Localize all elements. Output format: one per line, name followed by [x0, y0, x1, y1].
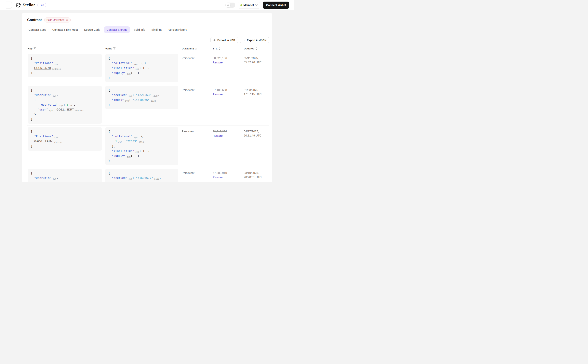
- code-token: 1: [115, 140, 117, 143]
- restore-link[interactable]: Restore: [213, 60, 243, 65]
- code-token: "15358182": [132, 181, 150, 182]
- code-token: }: [108, 103, 110, 106]
- type-label: address: [52, 68, 61, 70]
- key-cell: [ "Positions"sym, GCU6…J77Baddress]: [27, 52, 105, 79]
- code-token: "supply": [112, 154, 125, 157]
- restore-link[interactable]: Restore: [213, 134, 243, 138]
- code-token: ,: [74, 103, 75, 106]
- type-label: sym: [53, 178, 56, 180]
- value-code-box: { "collateral"sym: { }, "liabilities"sym…: [105, 54, 178, 82]
- type-label: sym: [127, 156, 131, 158]
- type-label: sym: [134, 136, 137, 138]
- type-label: u32: [70, 104, 73, 107]
- code-token: [108, 135, 112, 138]
- code-line: {: [108, 129, 175, 134]
- table-header: KeyValueDurabilityTTLUpdated: [27, 45, 269, 52]
- code-token: [31, 103, 38, 106]
- restore-link[interactable]: Restore: [213, 175, 243, 179]
- ttl-value: 58,612,354: [213, 130, 227, 133]
- code-token: "Positions": [34, 135, 53, 138]
- sort-icon[interactable]: [195, 47, 197, 50]
- code-line: "index"sym: "15358182"i128: [108, 180, 175, 182]
- tab-build-info[interactable]: Build Info: [131, 26, 148, 33]
- code-token: [31, 176, 34, 179]
- connect-wallet-button[interactable]: Connect Wallet: [263, 2, 289, 9]
- type-label: i128: [139, 141, 144, 143]
- code-line: "user"sym: GDZ2…3DRTaddress: [31, 107, 99, 112]
- brand[interactable]: Stellar: [15, 2, 35, 8]
- code-line: GAOG…LA7Maddress: [31, 139, 99, 144]
- code-token: [: [31, 130, 33, 133]
- value-cell: { "collateral"sym: { }, "liabilities"sym…: [105, 52, 181, 84]
- column-label: Durability: [182, 47, 194, 50]
- code-token: },: [108, 145, 115, 148]
- column-header-key[interactable]: Key: [27, 45, 105, 52]
- durability-cell: Persistent: [181, 125, 212, 135]
- value-cell: { "collateral"sym: { 1u32: "72633"i128 }…: [105, 125, 181, 167]
- code-token: "user": [38, 108, 48, 111]
- code-token: "liabilities": [112, 149, 134, 152]
- code-token: ]: [31, 71, 33, 74]
- key-cell: [ "Positions"sym, GAOG…LA7Maddress]: [27, 125, 105, 152]
- brand-name: Stellar: [23, 3, 35, 7]
- type-label: sym: [129, 178, 132, 180]
- column-header-value[interactable]: Value: [105, 45, 181, 52]
- sort-icon[interactable]: [255, 47, 258, 50]
- code-line: {: [31, 180, 99, 182]
- code-token: "accrued": [112, 176, 127, 179]
- code-token: [31, 140, 34, 143]
- code-line: 1u32: "72633"i128: [108, 139, 175, 144]
- code-line: "index"sym: "14410966"i128: [108, 98, 175, 102]
- code-token: [108, 140, 115, 143]
- code-line: "collateral"sym: { },: [108, 61, 175, 65]
- code-line: }: [108, 102, 175, 107]
- card-head: Contract Build Unverified: [22, 13, 272, 22]
- code-token: 3: [67, 103, 69, 106]
- code-token: :: [132, 176, 136, 179]
- build-unverified-label: Build Unverified: [46, 19, 65, 21]
- menu-button[interactable]: [5, 2, 12, 9]
- code-token: [108, 98, 112, 101]
- type-label: sym: [54, 136, 58, 138]
- address-link[interactable]: GCU6…J77B: [34, 66, 51, 70]
- theme-toggle[interactable]: [225, 3, 235, 8]
- code-token: : {: [137, 135, 143, 138]
- code-line: "liabilities"sym: { },: [108, 65, 175, 71]
- code-token: "51694677": [136, 176, 153, 179]
- filter-icon[interactable]: [113, 47, 116, 50]
- export-json-button[interactable]: Export in JSON: [240, 37, 269, 43]
- export-xdr-button[interactable]: Export in XDR: [210, 37, 238, 43]
- tab-contract-spec[interactable]: Contract Spec: [26, 26, 49, 33]
- lab-badge: Lab: [37, 3, 46, 7]
- tab-source-code[interactable]: Source Code: [82, 26, 103, 33]
- address-link[interactable]: GDZ2…3DRT: [57, 108, 74, 111]
- tab-version-history[interactable]: Version History: [166, 26, 189, 33]
- address-link[interactable]: GAOG…LA7M: [34, 140, 52, 143]
- filter-icon[interactable]: [33, 47, 36, 50]
- restore-link[interactable]: Restore: [213, 92, 243, 97]
- code-line: "UserEmis"sym,: [31, 176, 99, 180]
- type-label: i128: [152, 95, 157, 97]
- build-unverified-badge: Build Unverified: [44, 18, 71, 22]
- code-token: "1221363": [136, 93, 151, 97]
- tab-contract-env-meta[interactable]: Contract & Env Meta: [50, 26, 80, 33]
- column-header-ttl[interactable]: TTL: [212, 45, 243, 52]
- tab-contract-storage[interactable]: Contract Storage: [104, 26, 130, 33]
- updated-line: 20:31:49 UTC: [244, 134, 269, 138]
- ttl-value: 57,106,638: [213, 88, 227, 91]
- sort-icon[interactable]: [219, 47, 221, 50]
- export-json-label: Export in JSON: [247, 39, 266, 42]
- code-token: {: [108, 57, 110, 60]
- code-line: "accrued"sym: "51694677"i128,: [108, 176, 175, 180]
- code-token: ,: [58, 135, 60, 138]
- type-label: address: [75, 109, 84, 112]
- value-code-box: { "accrued"sym: "51694677"i128, "index"s…: [105, 169, 178, 182]
- code-line: ]: [31, 71, 99, 75]
- column-header-durability[interactable]: Durability: [181, 45, 212, 52]
- durability-cell: Persistent: [181, 84, 212, 94]
- tab-bindings[interactable]: Bindings: [149, 26, 165, 33]
- ttl-cell: 58,612,354Restore: [212, 125, 243, 139]
- column-header-updated[interactable]: Updated: [243, 45, 269, 52]
- value-cell: { "accrued"sym: "1221363"i128, "index"sy…: [105, 84, 181, 111]
- network-selector[interactable]: Mainnet: [238, 2, 261, 8]
